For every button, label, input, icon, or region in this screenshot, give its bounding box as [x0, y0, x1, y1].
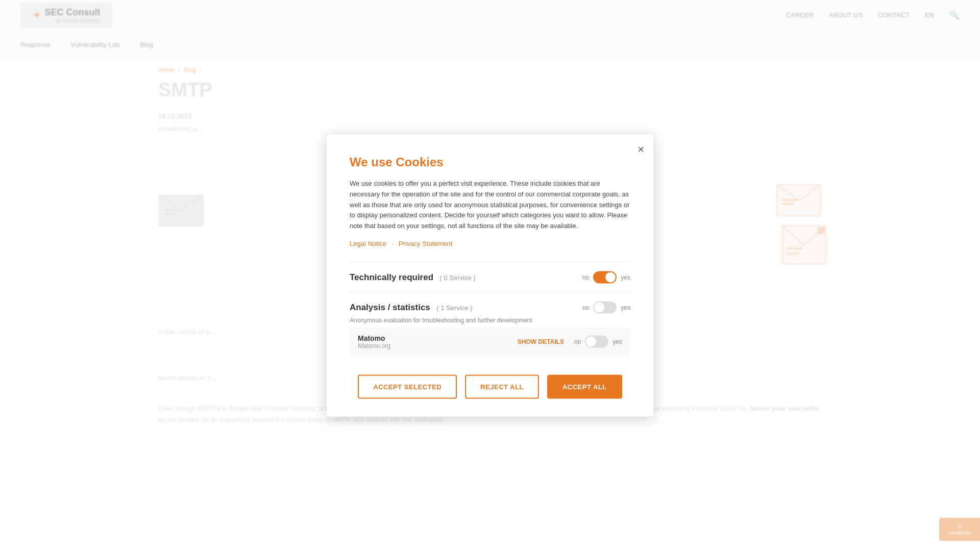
required-section-count: ( 0 Service ) [440, 273, 476, 281]
cookie-section-required: Technically required ( 0 Service ) no ye… [350, 261, 630, 291]
required-toggle[interactable] [593, 271, 617, 283]
matomo-toggle[interactable] [585, 335, 608, 347]
reject-all-button[interactable]: REJECT ALL [465, 374, 539, 398]
accept-all-button[interactable]: ACCEPT ALL [547, 374, 622, 398]
analytics-toggle-knob [594, 302, 604, 312]
analytics-yes-label: yes [621, 304, 630, 311]
cookie-section-analytics: Analysis / statistics ( 1 Service ) no y… [350, 291, 630, 360]
matomo-name: Matomo [358, 334, 390, 342]
matomo-row: Matomo Matomo.org SHOW DETAILS no yes [350, 328, 630, 355]
cookie-modal-body: We use cookies to offer you a perfect vi… [350, 179, 630, 232]
show-details-link[interactable]: SHOW DETAILS [518, 338, 564, 345]
cookie-modal: × We use Cookies We use cookies to offer… [327, 135, 653, 417]
required-no-label: no [582, 273, 589, 281]
cookie-modal-title: We use Cookies [350, 155, 630, 169]
required-section-title: Technically required [350, 272, 433, 282]
matomo-no-label: no [574, 338, 581, 345]
required-toggle-wrapper: no yes [582, 271, 630, 283]
matomo-toggle-knob [586, 336, 596, 346]
matomo-toggle-wrapper: no yes [574, 335, 622, 347]
matomo-yes-label: yes [612, 338, 622, 345]
required-toggle-knob [605, 272, 616, 282]
analytics-section-count: ( 1 Service ) [436, 304, 472, 311]
cookie-link-separator: · [391, 239, 394, 247]
matomo-url: Matomo.org [358, 342, 390, 349]
analytics-toggle[interactable] [593, 301, 617, 313]
privacy-statement-link[interactable]: Privacy Statement [399, 239, 453, 247]
analytics-section-desc: Anonymous evaluation for troubleshooting… [350, 316, 630, 323]
legal-notice-link[interactable]: Legal Notice [350, 239, 386, 247]
close-button[interactable]: × [638, 144, 644, 155]
cookie-links: Legal Notice · Privacy Statement [350, 239, 630, 247]
analytics-toggle-wrapper: no yes [582, 301, 630, 313]
analytics-section-title: Analysis / statistics [350, 302, 430, 312]
accept-selected-button[interactable]: ACCEPT SELECTED [358, 374, 457, 398]
cookie-buttons: ACCEPT SELECTED REJECT ALL ACCEPT ALL [350, 374, 630, 398]
required-yes-label: yes [621, 273, 630, 281]
analytics-no-label: no [582, 304, 589, 311]
